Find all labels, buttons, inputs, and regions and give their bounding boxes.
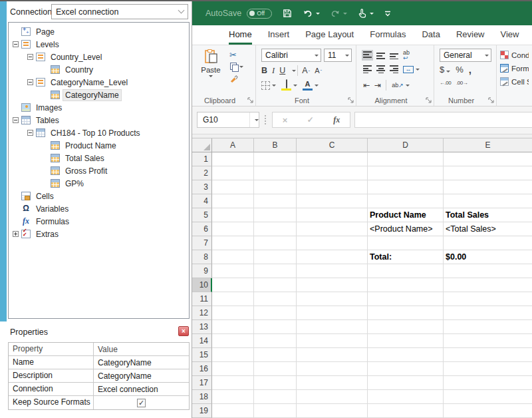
cell-E4[interactable] — [444, 194, 532, 208]
cell-E19[interactable] — [444, 404, 532, 418]
row-header-5[interactable]: 5 — [192, 208, 212, 222]
cell-D14[interactable] — [368, 334, 444, 348]
row-header-7[interactable]: 7 — [192, 236, 212, 250]
increase-indent-button[interactable]: ⇥ — [373, 79, 382, 91]
cell-E9[interactable] — [444, 264, 532, 278]
decrease-indent-button[interactable]: ⇤ — [362, 79, 371, 91]
row-header-16[interactable]: 16 — [192, 362, 212, 376]
cell-B3[interactable] — [254, 180, 297, 194]
tab-formulas[interactable]: Formulas — [370, 29, 406, 45]
insert-function-icon[interactable]: fx — [333, 115, 340, 125]
tree-item-product-name[interactable]: Product Name — [9, 139, 189, 152]
orientation-button[interactable]: ab↗ — [390, 81, 411, 90]
connection-dropdown[interactable]: Excel connection — [51, 4, 188, 19]
cell-C13[interactable] — [297, 320, 368, 334]
cell-B14[interactable] — [254, 334, 297, 348]
cell-A3[interactable] — [212, 180, 254, 194]
cell-B9[interactable] — [254, 264, 297, 278]
formula-bar-drag-handle[interactable] — [265, 115, 266, 124]
cell-A17[interactable] — [212, 376, 254, 390]
cell-B10[interactable] — [254, 278, 297, 292]
cell-B1[interactable] — [254, 152, 297, 166]
row-header-14[interactable]: 14 — [192, 334, 212, 348]
cell-A2[interactable] — [212, 166, 254, 180]
cell-D2[interactable] — [368, 166, 444, 180]
cell-E18[interactable] — [444, 390, 532, 404]
tab-insert[interactable]: Insert — [268, 29, 290, 45]
cell-B7[interactable] — [254, 236, 297, 250]
cell-C14[interactable] — [297, 334, 368, 348]
decrease-font-size-button[interactable]: A ˇ — [315, 67, 322, 75]
cell-C15[interactable] — [297, 348, 368, 362]
tree-item-ch184-top-10-products[interactable]: CH184 - Top 10 Products — [9, 126, 189, 139]
row-header-13[interactable]: 13 — [192, 320, 212, 334]
cell-B16[interactable] — [254, 362, 297, 376]
cell-B4[interactable] — [254, 194, 297, 208]
row-header-18[interactable]: 18 — [192, 390, 212, 404]
column-header-E[interactable]: E — [444, 138, 532, 152]
row-header-19[interactable]: 19 — [192, 404, 212, 418]
row-header-17[interactable]: 17 — [192, 376, 212, 390]
cell-C1[interactable] — [297, 152, 368, 166]
tree-item-gp-[interactable]: GP% — [9, 177, 189, 190]
column-header-B[interactable]: B — [254, 138, 297, 152]
cut-button[interactable]: ✂ — [229, 51, 237, 59]
row-header-9[interactable]: 9 — [192, 264, 212, 278]
cell-D15[interactable] — [368, 348, 444, 362]
column-header-C[interactable]: C — [297, 138, 368, 152]
tab-view[interactable]: View — [501, 29, 519, 45]
tab-data[interactable]: Data — [422, 29, 440, 45]
row-header-2[interactable]: 2 — [192, 166, 212, 180]
enter-icon[interactable]: ✓ — [307, 115, 314, 124]
cell-A16[interactable] — [212, 362, 254, 376]
tree-item-levels[interactable]: Levels — [9, 38, 189, 51]
cell-D18[interactable] — [368, 390, 444, 404]
cell-C9[interactable] — [297, 264, 368, 278]
cell-B2[interactable] — [254, 166, 297, 180]
decrease-decimal-button[interactable]: .00→ — [456, 80, 467, 86]
cell-E17[interactable] — [444, 376, 532, 390]
accounting-format-button[interactable]: $ — [440, 65, 450, 75]
row-header-1[interactable]: 1 — [192, 152, 212, 166]
cell-B13[interactable] — [254, 320, 297, 334]
cell-E16[interactable] — [444, 362, 532, 376]
cell-D9[interactable] — [368, 264, 444, 278]
tab-page-layout[interactable]: Page Layout — [305, 29, 354, 45]
cell-B19[interactable] — [254, 404, 297, 418]
cell-D5[interactable]: Product Name — [368, 208, 444, 222]
number-dialog-launcher[interactable] — [488, 97, 494, 103]
increase-decimal-button[interactable]: ←.00 — [440, 80, 451, 86]
tree-item-page[interactable]: Page — [9, 25, 189, 38]
cell-C10[interactable] — [297, 278, 368, 292]
cell-A14[interactable] — [212, 334, 254, 348]
cell-E3[interactable] — [444, 180, 532, 194]
font-color-button[interactable]: A — [303, 81, 313, 91]
cell-A5[interactable] — [212, 208, 254, 222]
italic-button[interactable]: I — [272, 66, 275, 76]
underline-button[interactable]: U — [279, 66, 285, 75]
cell-C7[interactable] — [297, 236, 368, 250]
fill-color-button[interactable] — [281, 81, 291, 91]
tree-item-extras[interactable]: Extras — [9, 228, 189, 240]
tree-item-categoryname-level[interactable]: CategoryName_Level — [9, 76, 189, 89]
copy-button[interactable] — [229, 63, 243, 71]
cell-E2[interactable] — [444, 166, 532, 180]
redo-button[interactable] — [330, 9, 347, 19]
select-all-corner[interactable] — [192, 138, 212, 152]
cell-D1[interactable] — [368, 152, 444, 166]
align-left-button[interactable] — [362, 64, 373, 75]
touch-mouse-mode-button[interactable] — [357, 8, 374, 19]
cell-E8[interactable]: $0.00 — [444, 250, 532, 264]
cell-A13[interactable] — [212, 320, 254, 334]
cell-B8[interactable] — [254, 250, 297, 264]
property-value[interactable]: ✓ — [94, 396, 189, 409]
tree-item-country-level[interactable]: Country_Level — [9, 51, 189, 63]
cell-D6[interactable]: <Product Name> — [368, 222, 444, 236]
cell-A12[interactable] — [212, 306, 254, 320]
cancel-icon[interactable]: × — [283, 115, 288, 125]
cell-A18[interactable] — [212, 390, 254, 404]
tree-item-images[interactable]: Images — [9, 101, 189, 114]
collapse-icon[interactable] — [27, 130, 33, 136]
comma-style-button[interactable]: , — [469, 64, 471, 75]
cell-A8[interactable] — [212, 250, 254, 264]
